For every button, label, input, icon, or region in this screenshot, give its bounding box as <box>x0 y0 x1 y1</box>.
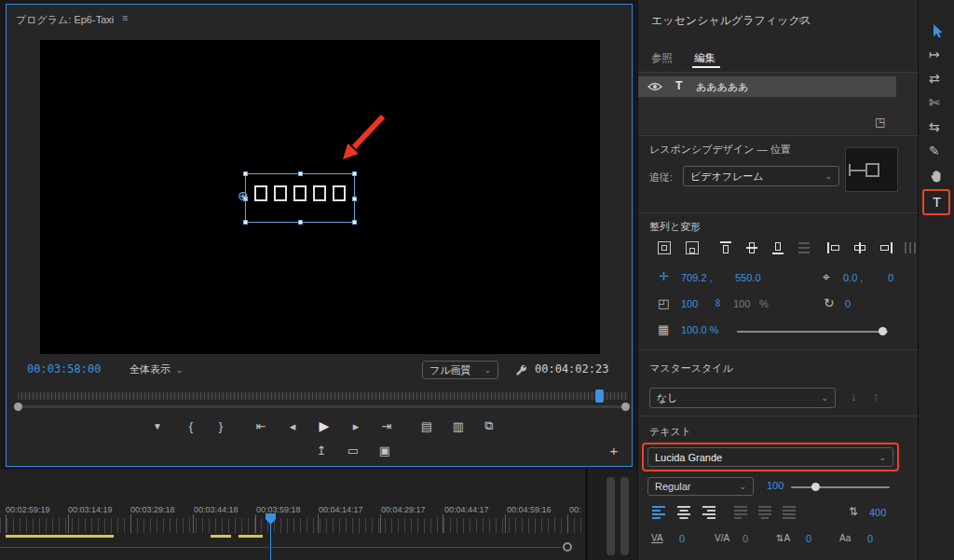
go-to-in-button[interactable]: ⇤ <box>250 417 272 435</box>
text-align-center-button[interactable] <box>676 504 691 519</box>
scale-x-value[interactable]: 100 <box>681 298 698 309</box>
tracking-value[interactable]: 0 <box>743 533 748 544</box>
timeline-marker-yellow[interactable] <box>6 535 114 538</box>
safe-margins-button[interactable]: ▭ <box>342 441 364 459</box>
razor-tool-button[interactable]: ✄ <box>929 95 940 110</box>
mark-out-button[interactable]: } <box>210 417 232 435</box>
opacity-slider[interactable] <box>737 331 888 333</box>
type-tool-button[interactable]: T <box>933 194 941 210</box>
font-size-value[interactable]: 100 <box>767 480 784 491</box>
font-style-select[interactable]: Regular ⌄ <box>647 477 754 496</box>
pen-tool-button[interactable]: ✎ <box>929 143 940 158</box>
extract-button[interactable]: ▥ <box>447 417 470 435</box>
current-timecode[interactable]: 00:03:58:00 <box>27 362 101 376</box>
align-top-icon[interactable] <box>718 240 733 255</box>
rotation-value[interactable]: 0 <box>845 298 851 309</box>
panel-menu-icon[interactable]: ≡ <box>122 12 128 23</box>
panel-menu-icon[interactable]: ≡ <box>798 14 804 25</box>
leading-value[interactable]: 400 <box>869 507 886 518</box>
step-back-button[interactable]: ◂ <box>281 417 304 435</box>
missing-glyph-box <box>313 185 326 201</box>
responsive-pin-diagram[interactable] <box>845 147 898 192</box>
tab-edit[interactable]: 編集 <box>694 51 716 65</box>
play-button[interactable]: ▶ <box>313 417 335 435</box>
distribute-horizontal-icon[interactable] <box>903 240 918 255</box>
selection-tool-button[interactable] <box>930 23 945 38</box>
mark-in-button[interactable]: { <box>180 417 202 435</box>
selection-handle[interactable] <box>352 220 357 225</box>
position-y-value[interactable]: 550.0 <box>735 272 761 283</box>
drag-video-button[interactable]: ⧉ <box>478 417 500 435</box>
slip-tool-button[interactable]: ⇆ <box>929 119 940 134</box>
ripple-edit-tool-button[interactable]: ⇄ <box>929 71 940 86</box>
track-select-forward-tool-button[interactable]: ↦ <box>929 47 940 61</box>
timeline-marker-yellow[interactable] <box>238 535 263 538</box>
text-justify-last-center-button[interactable] <box>757 504 772 519</box>
link-scale-icon[interactable]: ∞ <box>712 299 725 307</box>
vertical-scrollbar[interactable] <box>606 477 615 555</box>
eye-visibility-icon[interactable] <box>647 82 662 91</box>
hand-tool-button[interactable] <box>929 169 944 184</box>
settings-wrench-icon[interactable] <box>514 363 527 376</box>
scrubber-bar[interactable] <box>18 392 628 400</box>
align-center-vertical-frame-icon[interactable] <box>657 240 672 255</box>
anchor-x-value[interactable]: 0.0 , <box>843 272 863 283</box>
tsume-value[interactable]: 0 <box>806 533 811 544</box>
text-justify-last-left-button[interactable] <box>733 504 748 519</box>
align-right-icon[interactable] <box>879 240 893 255</box>
zoom-handle-right[interactable] <box>621 403 630 411</box>
align-horizontal-center-icon[interactable] <box>852 240 867 255</box>
vertical-scrollbar[interactable] <box>620 477 629 555</box>
master-style-down-button[interactable]: ↓ <box>851 389 857 403</box>
new-layer-button[interactable]: ◳ <box>875 116 885 129</box>
playback-quality-select[interactable]: フル画質 ⌄ <box>422 361 498 379</box>
timeline-zoom-knob[interactable] <box>563 542 572 552</box>
add-button[interactable]: + <box>603 441 625 459</box>
anchor-y-value[interactable]: 0 <box>888 272 893 283</box>
timeline-marker-yellow[interactable] <box>211 535 231 538</box>
export-media-button[interactable]: ↥ <box>310 441 333 459</box>
lift-button[interactable]: ▤ <box>416 417 438 435</box>
opacity-value[interactable]: 100.0 % <box>681 324 718 335</box>
selection-handle[interactable] <box>243 171 248 176</box>
baseline-shift-value[interactable]: 0 <box>867 533 873 544</box>
align-left-icon[interactable] <box>826 240 841 255</box>
anchor-point-indicator[interactable]: ⊕ <box>238 189 249 202</box>
layer-row[interactable]: T あああああ <box>638 76 896 97</box>
step-forward-button[interactable]: ▸ <box>345 417 367 435</box>
position-x-value[interactable]: 709.2 , <box>681 272 713 283</box>
master-style-up-button[interactable]: ↑ <box>873 389 879 403</box>
follow-select[interactable]: ビデオフレーム ⌄ <box>683 166 839 186</box>
add-marker-button[interactable]: ▼ <box>146 417 169 435</box>
font-size-slider-knob[interactable] <box>811 483 820 491</box>
text-layer-selection-box[interactable]: ⊕ <box>245 173 355 223</box>
selection-handle[interactable] <box>298 220 303 225</box>
selection-handle[interactable] <box>298 171 303 176</box>
essential-graphics-panel: エッセンシャルグラフィックス ≡ 参照 編集 T あああああ ◳ レスポンシブデ… <box>637 0 918 560</box>
tab-browse[interactable]: 参照 <box>651 51 673 65</box>
zoom-scrollbar[interactable] <box>18 405 628 408</box>
go-to-out-button[interactable]: ⇥ <box>375 417 398 435</box>
font-family-select[interactable]: Lucida Grande ⌄ <box>647 447 893 467</box>
text-align-right-button[interactable] <box>702 504 716 519</box>
selection-handle[interactable] <box>352 197 357 201</box>
rotation-icon: ↻ <box>824 295 835 310</box>
zoom-level-select[interactable]: 全体表示 ⌄ <box>129 362 184 376</box>
font-size-slider[interactable] <box>791 486 890 488</box>
selection-handle[interactable] <box>352 171 357 176</box>
align-bottom-icon[interactable] <box>770 240 785 255</box>
distribute-vertical-icon[interactable] <box>797 240 811 255</box>
text-align-left-button[interactable] <box>651 504 666 519</box>
align-vertical-center-icon[interactable] <box>744 240 759 255</box>
video-canvas[interactable]: ⊕ <box>40 40 600 354</box>
export-frame-button[interactable]: ▣ <box>374 441 396 459</box>
opacity-slider-knob[interactable] <box>879 327 887 335</box>
master-style-select[interactable]: なし ⌄ <box>649 388 836 408</box>
zoom-handle-left[interactable] <box>14 403 22 411</box>
scrubber-playhead[interactable] <box>595 389 604 403</box>
text-justify-all-button[interactable] <box>782 504 797 519</box>
align-center-horizontal-frame-icon[interactable] <box>685 240 700 255</box>
selection-handle[interactable] <box>243 220 248 225</box>
scale-y-value[interactable]: 100 <box>733 298 750 309</box>
kerning-value[interactable]: 0 <box>679 533 685 544</box>
